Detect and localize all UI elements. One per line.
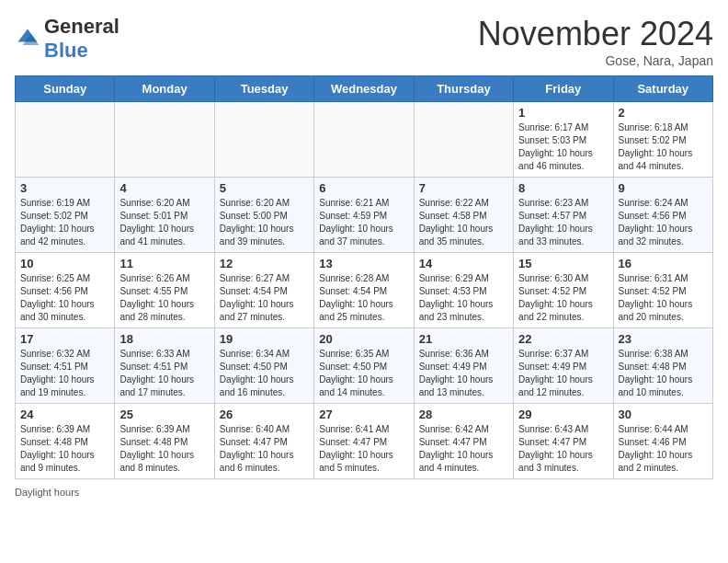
day-number: 18 (119, 332, 209, 346)
day-info: Sunrise: 6:21 AM Sunset: 4:59 PM Dayligh… (319, 197, 408, 248)
calendar-cell: 27Sunrise: 6:41 AM Sunset: 4:47 PM Dayli… (314, 404, 414, 479)
day-header-friday: Friday (514, 76, 613, 102)
calendar-cell: 12Sunrise: 6:27 AM Sunset: 4:54 PM Dayli… (214, 253, 313, 328)
day-number: 22 (518, 332, 608, 346)
calendar-cell: 8Sunrise: 6:23 AM Sunset: 4:57 PM Daylig… (514, 178, 613, 253)
day-info: Sunrise: 6:39 AM Sunset: 4:48 PM Dayligh… (119, 423, 209, 475)
day-info: Sunrise: 6:23 AM Sunset: 4:57 PM Dayligh… (518, 197, 608, 248)
day-info: Sunrise: 6:20 AM Sunset: 5:01 PM Dayligh… (119, 197, 209, 248)
logo-general: General (44, 15, 119, 38)
day-number: 6 (319, 181, 408, 195)
calendar-cell: 6Sunrise: 6:21 AM Sunset: 4:59 PM Daylig… (314, 178, 414, 253)
day-info: Sunrise: 6:34 AM Sunset: 4:50 PM Dayligh… (220, 348, 309, 399)
day-header-thursday: Thursday (414, 76, 513, 102)
calendar-cell: 14Sunrise: 6:29 AM Sunset: 4:53 PM Dayli… (414, 253, 513, 328)
day-number: 19 (220, 332, 309, 346)
calendar-cell: 10Sunrise: 6:25 AM Sunset: 4:56 PM Dayli… (16, 253, 115, 328)
logo-blue: Blue (44, 39, 88, 62)
day-info: Sunrise: 6:30 AM Sunset: 4:52 PM Dayligh… (518, 272, 608, 324)
day-number: 23 (619, 332, 708, 346)
day-number: 28 (419, 408, 508, 421)
calendar-cell (16, 102, 115, 178)
calendar-cell: 1Sunrise: 6:17 AM Sunset: 5:03 PM Daylig… (514, 102, 613, 178)
day-info: Sunrise: 6:44 AM Sunset: 4:46 PM Dayligh… (619, 423, 708, 475)
calendar-cell: 28Sunrise: 6:42 AM Sunset: 4:47 PM Dayli… (414, 404, 513, 479)
day-number: 21 (419, 332, 508, 346)
day-number: 30 (619, 408, 708, 421)
day-number: 13 (319, 257, 408, 270)
calendar-cell: 9Sunrise: 6:24 AM Sunset: 4:56 PM Daylig… (613, 178, 712, 253)
day-info: Sunrise: 6:38 AM Sunset: 4:48 PM Dayligh… (619, 348, 708, 399)
day-info: Sunrise: 6:42 AM Sunset: 4:47 PM Dayligh… (419, 423, 508, 475)
day-info: Sunrise: 6:40 AM Sunset: 4:47 PM Dayligh… (220, 423, 309, 475)
calendar-cell: 11Sunrise: 6:26 AM Sunset: 4:55 PM Dayli… (115, 253, 214, 328)
day-number: 4 (119, 181, 209, 195)
day-number: 11 (119, 257, 209, 270)
calendar-week-5: 24Sunrise: 6:39 AM Sunset: 4:48 PM Dayli… (16, 404, 713, 479)
calendar-week-2: 3Sunrise: 6:19 AM Sunset: 5:02 PM Daylig… (16, 178, 713, 253)
day-header-saturday: Saturday (613, 76, 712, 102)
day-number: 25 (119, 408, 209, 421)
calendar-cell (115, 102, 214, 178)
calendar-cell: 4Sunrise: 6:20 AM Sunset: 5:01 PM Daylig… (115, 178, 214, 253)
day-info: Sunrise: 6:20 AM Sunset: 5:00 PM Dayligh… (220, 197, 309, 248)
day-number: 9 (619, 181, 708, 195)
day-number: 10 (20, 257, 109, 270)
day-info: Sunrise: 6:18 AM Sunset: 5:02 PM Dayligh… (619, 121, 708, 173)
day-info: Sunrise: 6:29 AM Sunset: 4:53 PM Dayligh… (419, 272, 508, 324)
day-info: Sunrise: 6:22 AM Sunset: 4:58 PM Dayligh… (419, 197, 508, 248)
day-number: 26 (220, 408, 309, 421)
calendar-cell (414, 102, 513, 178)
calendar-cell (314, 102, 414, 178)
day-number: 8 (518, 181, 608, 195)
calendar-cell: 2Sunrise: 6:18 AM Sunset: 5:02 PM Daylig… (613, 102, 712, 178)
day-number: 1 (518, 106, 608, 120)
calendar-cell: 18Sunrise: 6:33 AM Sunset: 4:51 PM Dayli… (115, 328, 214, 404)
calendar-body: 1Sunrise: 6:17 AM Sunset: 5:03 PM Daylig… (16, 102, 713, 479)
calendar-cell: 7Sunrise: 6:22 AM Sunset: 4:58 PM Daylig… (414, 178, 513, 253)
calendar-cell: 22Sunrise: 6:37 AM Sunset: 4:49 PM Dayli… (514, 328, 613, 404)
day-number: 27 (319, 408, 408, 421)
day-info: Sunrise: 6:26 AM Sunset: 4:55 PM Dayligh… (119, 272, 209, 324)
day-header-monday: Monday (115, 76, 214, 102)
calendar-table: SundayMondayTuesdayWednesdayThursdayFrid… (15, 75, 713, 479)
day-info: Sunrise: 6:32 AM Sunset: 4:51 PM Dayligh… (20, 348, 109, 399)
day-number: 29 (518, 408, 608, 421)
calendar-cell: 13Sunrise: 6:28 AM Sunset: 4:54 PM Dayli… (314, 253, 414, 328)
calendar-week-1: 1Sunrise: 6:17 AM Sunset: 5:03 PM Daylig… (16, 102, 713, 178)
calendar-cell (214, 102, 313, 178)
calendar-cell: 21Sunrise: 6:36 AM Sunset: 4:49 PM Dayli… (414, 328, 513, 404)
day-info: Sunrise: 6:33 AM Sunset: 4:51 PM Dayligh… (119, 348, 209, 399)
page-header: General Blue November 2024 Gose, Nara, J… (15, 15, 713, 68)
day-info: Sunrise: 6:41 AM Sunset: 4:47 PM Dayligh… (319, 423, 408, 475)
day-number: 3 (20, 181, 109, 195)
calendar-cell: 30Sunrise: 6:44 AM Sunset: 4:46 PM Dayli… (613, 404, 712, 479)
day-number: 24 (20, 408, 109, 421)
calendar-week-3: 10Sunrise: 6:25 AM Sunset: 4:56 PM Dayli… (16, 253, 713, 328)
day-header-sunday: Sunday (16, 76, 115, 102)
daylight-label: Daylight hours (15, 487, 79, 498)
day-info: Sunrise: 6:31 AM Sunset: 4:52 PM Dayligh… (619, 272, 708, 324)
day-number: 16 (619, 257, 708, 270)
calendar-cell: 26Sunrise: 6:40 AM Sunset: 4:47 PM Dayli… (214, 404, 313, 479)
calendar-cell: 20Sunrise: 6:35 AM Sunset: 4:50 PM Dayli… (314, 328, 414, 404)
day-info: Sunrise: 6:17 AM Sunset: 5:03 PM Dayligh… (518, 121, 608, 173)
calendar-cell: 3Sunrise: 6:19 AM Sunset: 5:02 PM Daylig… (16, 178, 115, 253)
day-number: 14 (419, 257, 508, 270)
logo-icon (15, 26, 40, 52)
day-number: 12 (220, 257, 309, 270)
day-number: 5 (220, 181, 309, 195)
calendar-cell: 24Sunrise: 6:39 AM Sunset: 4:48 PM Dayli… (16, 404, 115, 479)
day-number: 20 (319, 332, 408, 346)
calendar-cell: 16Sunrise: 6:31 AM Sunset: 4:52 PM Dayli… (613, 253, 712, 328)
day-info: Sunrise: 6:35 AM Sunset: 4:50 PM Dayligh… (319, 348, 408, 399)
day-number: 2 (619, 106, 708, 120)
day-info: Sunrise: 6:25 AM Sunset: 4:56 PM Dayligh… (20, 272, 109, 324)
day-info: Sunrise: 6:19 AM Sunset: 5:02 PM Dayligh… (20, 197, 109, 248)
calendar-cell: 5Sunrise: 6:20 AM Sunset: 5:00 PM Daylig… (214, 178, 313, 253)
day-info: Sunrise: 6:28 AM Sunset: 4:54 PM Dayligh… (319, 272, 408, 324)
day-info: Sunrise: 6:37 AM Sunset: 4:49 PM Dayligh… (518, 348, 608, 399)
calendar-cell: 25Sunrise: 6:39 AM Sunset: 4:48 PM Dayli… (115, 404, 214, 479)
day-info: Sunrise: 6:39 AM Sunset: 4:48 PM Dayligh… (20, 423, 109, 475)
title-block: November 2024 Gose, Nara, Japan (478, 15, 713, 68)
